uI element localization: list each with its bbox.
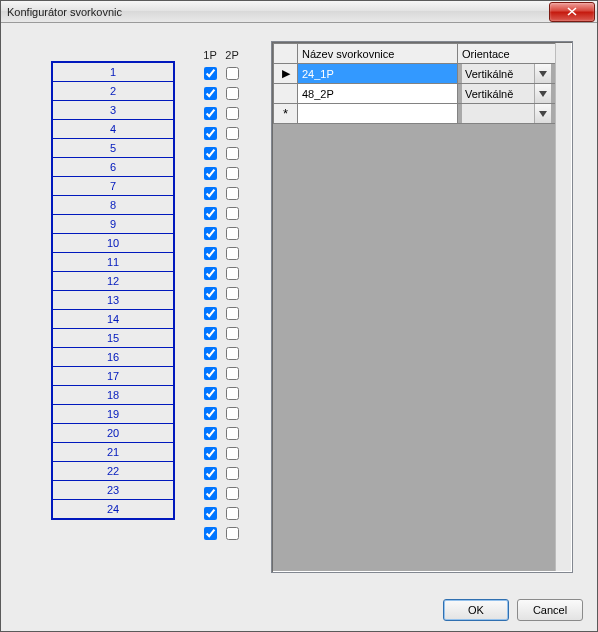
terminal-row[interactable]: 3 [53,101,173,120]
close-button[interactable] [549,2,595,22]
terminal-row[interactable]: 15 [53,329,173,348]
checkbox-2p[interactable] [226,347,239,360]
checkbox-1p[interactable] [204,187,217,200]
terminal-row[interactable]: 4 [53,120,173,139]
checkbox-row [199,463,243,483]
checkbox-2p[interactable] [226,87,239,100]
terminal-row[interactable]: 20 [53,424,173,443]
checkbox-2p[interactable] [226,527,239,540]
new-row-marker[interactable]: * [274,104,298,124]
checkbox-2p[interactable] [226,227,239,240]
checkbox-1p[interactable] [204,167,217,180]
checkbox-2p[interactable] [226,507,239,520]
terminal-row[interactable]: 8 [53,196,173,215]
checkbox-1p[interactable] [204,407,217,420]
terminal-row[interactable]: 11 [53,253,173,272]
checkbox-2p[interactable] [226,127,239,140]
checkbox-2p[interactable] [226,247,239,260]
checkbox-1p[interactable] [204,67,217,80]
checkbox-2p[interactable] [226,107,239,120]
checkbox-1p[interactable] [204,107,217,120]
checkbox-1p[interactable] [204,227,217,240]
cancel-button[interactable]: Cancel [517,599,583,621]
checkbox-2p[interactable] [226,307,239,320]
terminal-row[interactable]: 18 [53,386,173,405]
checkbox-2p[interactable] [226,427,239,440]
cell-name[interactable] [298,104,458,124]
checkbox-1p[interactable] [204,367,217,380]
checkbox-2p[interactable] [226,67,239,80]
table-row[interactable]: ▶24_1PVertikálně [274,64,556,84]
grid-scrollbar[interactable] [555,43,571,571]
checkbox-columns: 1P 2P [199,41,243,543]
checkbox-2p[interactable] [226,407,239,420]
checkbox-2p[interactable] [226,467,239,480]
grid-corner[interactable] [274,44,298,64]
row-selector[interactable]: ▶ [274,64,298,84]
terminal-row[interactable]: 5 [53,139,173,158]
row-selector[interactable] [274,84,298,104]
checkbox-1p[interactable] [204,487,217,500]
checkbox-2p[interactable] [226,387,239,400]
checkbox-1p[interactable] [204,327,217,340]
checkbox-1p[interactable] [204,527,217,540]
checkbox-1p[interactable] [204,447,217,460]
chevron-down-icon[interactable] [534,104,551,123]
terminal-row[interactable]: 21 [53,443,173,462]
ok-button[interactable]: OK [443,599,509,621]
grid-header-orientation[interactable]: Orientace [458,44,556,64]
checkbox-2p[interactable] [226,287,239,300]
checkbox-2p[interactable] [226,207,239,220]
checkbox-2p[interactable] [226,447,239,460]
checkbox-1p[interactable] [204,87,217,100]
cell-orientation[interactable] [458,104,556,124]
terminal-row[interactable]: 23 [53,481,173,500]
terminal-row[interactable]: 10 [53,234,173,253]
terminal-row[interactable]: 22 [53,462,173,481]
terminal-row[interactable]: 12 [53,272,173,291]
checkbox-1p[interactable] [204,307,217,320]
cell-orientation[interactable]: Vertikálně [458,64,556,84]
checkbox-2p[interactable] [226,187,239,200]
checkbox-2p[interactable] [226,167,239,180]
terminal-row[interactable]: 17 [53,367,173,386]
terminal-row[interactable]: 13 [53,291,173,310]
checkbox-1p[interactable] [204,247,217,260]
titlebar: Konfigurátor svorkovnic [1,1,597,23]
cell-orientation[interactable]: Vertikálně [458,84,556,104]
terminal-block-grid[interactable]: Název svorkovnice Orientace ▶24_1PVertik… [271,41,573,573]
checkbox-1p[interactable] [204,267,217,280]
checkbox-1p[interactable] [204,147,217,160]
terminal-row[interactable]: 24 [53,500,173,518]
checkbox-1p[interactable] [204,387,217,400]
terminal-row[interactable]: 14 [53,310,173,329]
cell-name[interactable]: 24_1P [298,64,458,84]
checkbox-2p[interactable] [226,367,239,380]
checkbox-2p[interactable] [226,267,239,280]
checkbox-1p[interactable] [204,127,217,140]
checkbox-2p[interactable] [226,327,239,340]
terminal-row[interactable]: 2 [53,82,173,101]
grid-header-name[interactable]: Název svorkovnice [298,44,458,64]
chevron-down-icon[interactable] [534,84,551,103]
checkbox-2p[interactable] [226,147,239,160]
checkbox-1p[interactable] [204,467,217,480]
cell-name[interactable]: 48_2P [298,84,458,104]
checkbox-row [199,143,243,163]
checkbox-1p[interactable] [204,347,217,360]
checkbox-1p[interactable] [204,207,217,220]
terminal-row[interactable]: 6 [53,158,173,177]
checkbox-2p[interactable] [226,487,239,500]
orientation-value: Vertikálně [465,88,513,100]
terminal-row[interactable]: 9 [53,215,173,234]
terminal-row[interactable]: 19 [53,405,173,424]
terminal-row[interactable]: 1 [53,63,173,82]
table-row-new[interactable]: * [274,104,556,124]
chevron-down-icon[interactable] [534,64,551,83]
terminal-row[interactable]: 16 [53,348,173,367]
terminal-row[interactable]: 7 [53,177,173,196]
checkbox-1p[interactable] [204,507,217,520]
checkbox-1p[interactable] [204,427,217,440]
checkbox-1p[interactable] [204,287,217,300]
table-row[interactable]: 48_2PVertikálně [274,84,556,104]
